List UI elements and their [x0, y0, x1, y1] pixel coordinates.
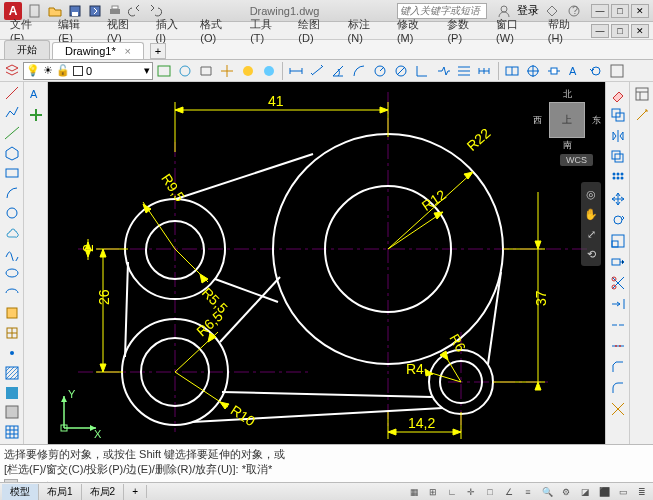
menu-modify[interactable]: 修改(M) [391, 17, 439, 44]
menu-dimension[interactable]: 标注(N) [342, 17, 389, 44]
properties-icon[interactable] [632, 84, 652, 104]
cleanscreen-icon[interactable]: ▭ [614, 484, 632, 500]
erase-icon[interactable] [608, 84, 628, 104]
revcloud-icon[interactable] [2, 224, 22, 243]
command-line[interactable]: 选择要修剪的对象，或按住 Shift 键选择要延伸的对象，或 [栏选(F)/窗交… [0, 444, 653, 482]
viewcube-east[interactable]: 东 [592, 114, 601, 127]
radius-dim-icon[interactable] [370, 61, 390, 81]
zoom-extents-icon[interactable]: ⤢ [583, 226, 599, 242]
continue-dim-icon[interactable] [475, 61, 495, 81]
insert-block-icon[interactable] [2, 303, 22, 322]
isolate-icon[interactable]: ◪ [576, 484, 594, 500]
polygon-icon[interactable] [2, 144, 22, 163]
aligned-dim-icon[interactable] [307, 61, 327, 81]
menu-help[interactable]: 帮助(H) [542, 17, 589, 44]
layer-prev-icon[interactable] [196, 61, 216, 81]
make-block-icon[interactable] [2, 323, 22, 342]
join-icon[interactable] [608, 336, 628, 356]
table-icon[interactable] [2, 423, 22, 442]
addselected-icon[interactable] [26, 105, 46, 125]
chamfer-icon[interactable] [608, 357, 628, 377]
dim-text-edit-icon[interactable]: A [565, 61, 585, 81]
menu-parametric[interactable]: 参数(P) [441, 17, 488, 44]
customize-icon[interactable]: ≣ [633, 484, 651, 500]
menu-insert[interactable]: 插入(I) [150, 17, 193, 44]
gradient-icon[interactable] [2, 383, 22, 402]
tab-add-button[interactable]: + [150, 43, 166, 59]
scale-icon[interactable] [608, 231, 628, 251]
tab-layout2[interactable]: 布局2 [82, 484, 125, 500]
command-input[interactable] [32, 481, 649, 483]
tab-start[interactable]: 开始 [4, 40, 50, 59]
annoscale-icon[interactable]: 🔍 [538, 484, 556, 500]
rectangle-icon[interactable] [2, 164, 22, 183]
fillet-icon[interactable] [608, 378, 628, 398]
ortho-toggle-icon[interactable]: ∟ [443, 484, 461, 500]
viewcube-top-face[interactable]: 上 [549, 102, 585, 138]
break-icon[interactable] [608, 315, 628, 335]
doc-minimize-button[interactable]: — [591, 24, 609, 38]
layout-add-button[interactable]: + [124, 485, 147, 498]
workspace-icon[interactable]: ⚙ [557, 484, 575, 500]
ellipse-arc-icon[interactable] [2, 283, 22, 302]
spline-icon[interactable] [2, 244, 22, 263]
explode-icon[interactable] [608, 399, 628, 419]
menu-window[interactable]: 窗口(W) [490, 17, 540, 44]
drawing-canvas[interactable]: 41 R22 R12 R9,5 2 R5,5 26 R6,5 R10 R6 R4… [48, 82, 605, 444]
matchprop-icon[interactable] [632, 105, 652, 125]
snap-toggle-icon[interactable]: ⊞ [424, 484, 442, 500]
baseline-dim-icon[interactable] [454, 61, 474, 81]
angular-dim-icon[interactable] [328, 61, 348, 81]
array-icon[interactable] [608, 168, 628, 188]
layer-states-icon[interactable] [154, 61, 174, 81]
grid-toggle-icon[interactable]: ▦ [405, 484, 423, 500]
menu-view[interactable]: 视图(V) [101, 17, 148, 44]
login-label[interactable]: 登录 [517, 3, 539, 18]
diameter-dim-icon[interactable] [391, 61, 411, 81]
arc-dim-icon[interactable] [349, 61, 369, 81]
viewcube[interactable]: 北 南 西 东 上 [537, 90, 597, 150]
doc-close-button[interactable]: ✕ [631, 24, 649, 38]
polar-toggle-icon[interactable]: ✛ [462, 484, 480, 500]
menu-draw[interactable]: 绘图(D) [292, 17, 339, 44]
hardware-accel-icon[interactable]: ⬛ [595, 484, 613, 500]
offset-icon[interactable] [608, 147, 628, 167]
layer-match-icon[interactable] [217, 61, 237, 81]
otrack-toggle-icon[interactable]: ∠ [500, 484, 518, 500]
rotate-icon[interactable] [608, 210, 628, 230]
ellipse-icon[interactable] [2, 263, 22, 282]
menu-tools[interactable]: 工具(T) [244, 17, 290, 44]
orbit-icon[interactable]: ⟲ [583, 246, 599, 262]
layer-freeze-icon[interactable] [259, 61, 279, 81]
menu-format[interactable]: 格式(O) [194, 17, 242, 44]
dim-style-icon[interactable] [607, 61, 627, 81]
mtext-icon[interactable]: A [26, 84, 46, 104]
layer-iso-icon[interactable] [175, 61, 195, 81]
extend-icon[interactable] [608, 294, 628, 314]
nav-wheel-icon[interactable]: ◎ [583, 186, 599, 202]
close-button[interactable]: ✕ [631, 4, 649, 18]
maximize-button[interactable]: □ [611, 4, 629, 18]
center-mark-icon[interactable] [523, 61, 543, 81]
dim-update-icon[interactable] [586, 61, 606, 81]
viewcube-south[interactable]: 南 [563, 139, 572, 152]
lineweight-toggle-icon[interactable]: ≡ [519, 484, 537, 500]
dim-edit-icon[interactable] [544, 61, 564, 81]
move-icon[interactable] [608, 189, 628, 209]
wcs-label[interactable]: WCS [560, 154, 593, 166]
hatch-icon[interactable] [2, 363, 22, 382]
viewcube-north[interactable]: 北 [563, 88, 572, 101]
ordinate-dim-icon[interactable] [412, 61, 432, 81]
stretch-icon[interactable] [608, 252, 628, 272]
point-icon[interactable] [2, 343, 22, 362]
viewcube-west[interactable]: 西 [533, 114, 542, 127]
mirror-icon[interactable] [608, 126, 628, 146]
circle-icon[interactable] [2, 204, 22, 223]
copy-icon[interactable] [608, 105, 628, 125]
trim-icon[interactable] [608, 273, 628, 293]
jogged-dim-icon[interactable] [433, 61, 453, 81]
tab-drawing1[interactable]: Drawing1* × [52, 42, 144, 59]
tab-model[interactable]: 模型 [2, 484, 39, 500]
xline-icon[interactable] [2, 124, 22, 143]
tab-layout1[interactable]: 布局1 [39, 484, 82, 500]
